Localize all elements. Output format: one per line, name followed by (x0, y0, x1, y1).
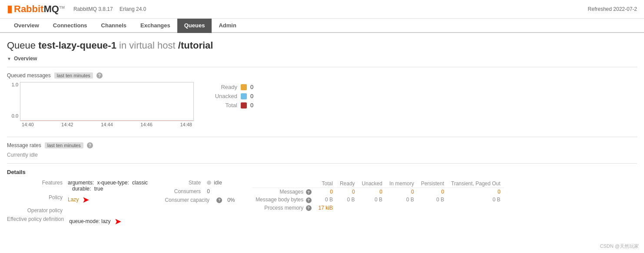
stats-column: Total Ready Unacked In memory Persistent… (252, 180, 504, 229)
legend-total-value: 0 (250, 102, 253, 108)
procmem-c5 (418, 204, 448, 212)
legend-ready-value: 0 (250, 84, 253, 90)
overview-section-label: Overview (14, 56, 37, 62)
msgbody-row-label: Message body bytes ? (252, 196, 315, 204)
msgbody-unacked: 0 B (359, 196, 386, 204)
rates-label-row: Message rates last ten minutes ? (7, 142, 637, 148)
x-label-3: 14:46 (140, 122, 153, 127)
legend-ready-swatch (241, 84, 247, 90)
procmem-c4 (386, 204, 418, 212)
x-label-4: 14:48 (180, 122, 192, 127)
logo: ▮ RabbitMQTM (7, 3, 65, 15)
divider-3 (7, 163, 637, 164)
page-title: Queue test-lazy-queue-1 in virtual host … (7, 40, 637, 51)
col-inmemory: In memory (386, 180, 418, 188)
queued-messages-section: Queued messages last ten minutes ? 1.0 0… (7, 72, 637, 128)
policy-link[interactable]: Lazy (68, 197, 79, 203)
logo-icon: ▮ (7, 3, 12, 15)
chart-svg (20, 82, 193, 121)
messages-help[interactable]: ? (306, 189, 312, 195)
consumer-capacity-help[interactable]: ? (216, 197, 222, 203)
message-rates-label: Message rates (7, 142, 41, 148)
divider-2 (7, 137, 637, 137)
durable-label: durable: (72, 186, 91, 192)
messages-total: 0 (315, 188, 336, 196)
msgbody-row: Message body bytes ? 0 B 0 B 0 B 0 B 0 B… (252, 196, 504, 204)
rabbitmq-version: RabbitMQ 3.8.17 (73, 6, 113, 12)
features-column: Features arguments: x-queue-type: classi… (7, 180, 148, 229)
state-row: State idle (161, 180, 239, 186)
title-prefix: Queue (7, 40, 36, 51)
effective-policy-text: queue-mode: lazy (69, 218, 110, 224)
args-label: arguments: (68, 180, 94, 186)
nav-bar: Overview Connections Channels Exchanges … (0, 19, 644, 33)
x-label-1: 14:42 (61, 122, 73, 127)
durable-value: true (94, 186, 103, 192)
procmem-total: 17 kiB (315, 204, 336, 212)
legend-unacked-swatch (241, 93, 247, 99)
queued-messages-help[interactable]: ? (96, 72, 103, 79)
logo-text: RabbitMQTM (14, 3, 65, 15)
messages-ready: 0 (336, 188, 359, 196)
details-header: Details (7, 169, 637, 175)
effective-policy-label: Effective policy definition (7, 216, 69, 227)
messages-inmem: 0 (386, 188, 418, 196)
legend-ready: Ready 0 (211, 84, 253, 90)
nav-admin[interactable]: Admin (212, 19, 243, 33)
time-range-badge: last ten minutes (54, 72, 93, 79)
msgbody-ready: 0 B (336, 196, 359, 204)
nav-queues[interactable]: Queues (177, 19, 212, 33)
col-ready: Ready (336, 180, 359, 188)
refresh-time: Refreshed 2022-07-2 (588, 6, 637, 12)
version-info: RabbitMQ 3.8.17 Erlang 24.0 (73, 6, 151, 12)
x-label-2: 14:44 (101, 122, 113, 127)
red-arrow-1: ➤ (82, 194, 90, 205)
nav-exchanges[interactable]: Exchanges (133, 19, 177, 33)
col-unacked: Unacked (359, 180, 386, 188)
chart-and-legend: 1.0 0.0 14:40 14:42 14:44 14:46 14:48 (7, 82, 637, 128)
legend-total: Total 0 (211, 102, 253, 108)
nav-connections[interactable]: Connections (46, 19, 94, 33)
procmem-c2 (336, 204, 359, 212)
y-bottom: 0.0 (12, 113, 18, 118)
messages-unacked: 0 (359, 188, 386, 196)
features-row: Features arguments: x-queue-type: classi… (7, 180, 148, 192)
chart-legend: Ready 0 Unacked 0 Total 0 (211, 82, 253, 128)
col-empty (252, 180, 315, 188)
msgbody-inmem: 0 B (386, 196, 418, 204)
legend-total-swatch (241, 102, 247, 108)
state-dot (207, 181, 211, 185)
messages-transient: 0 (448, 188, 504, 196)
top-bar: ▮ RabbitMQTM RabbitMQ 3.8.17 Erlang 24.0… (0, 0, 644, 19)
msgbody-help[interactable]: ? (306, 197, 312, 203)
features-value: arguments: x-queue-type: classic durable… (68, 180, 148, 192)
procmem-row-label: Process memory ? (252, 204, 315, 212)
consumers-value: 0 (207, 188, 210, 194)
col-total: Total (315, 180, 336, 188)
col-transient: Transient, Paged Out (448, 180, 504, 188)
messages-row-label: Messages ? (252, 188, 315, 196)
policy-label: Policy (7, 194, 68, 205)
messages-persistent: 0 (418, 188, 448, 196)
y-top: 1.0 (12, 82, 18, 87)
xqueue-type-key: x-queue-type: (97, 180, 129, 186)
messages-row: Messages ? 0 0 0 0 0 0 (252, 188, 504, 196)
chart-x-labels: 14:40 14:42 14:44 14:46 14:48 (20, 121, 194, 128)
procmem-help[interactable]: ? (306, 205, 312, 211)
msgbody-transient: 0 B (448, 196, 504, 204)
overview-section-header[interactable]: ▼ Overview (7, 56, 637, 62)
state-value: idle (214, 180, 222, 186)
nav-overview[interactable]: Overview (7, 19, 46, 33)
x-label-0: 14:40 (22, 122, 34, 127)
state-label: State (161, 180, 204, 186)
msgbody-total: 0 B (315, 196, 336, 204)
consumers-label: Consumers (161, 188, 204, 194)
chart-y-axis: 1.0 0.0 (7, 82, 20, 118)
policy-value: Lazy ➤ (68, 194, 90, 205)
red-arrow-2: ➤ (114, 216, 122, 227)
procmem-row: Process memory ? 17 kiB (252, 204, 504, 212)
queue-name: test-lazy-queue-1 (38, 40, 116, 51)
nav-channels[interactable]: Channels (94, 19, 134, 33)
title-middle: in virtual host (119, 40, 176, 51)
message-rates-help[interactable]: ? (87, 142, 93, 148)
